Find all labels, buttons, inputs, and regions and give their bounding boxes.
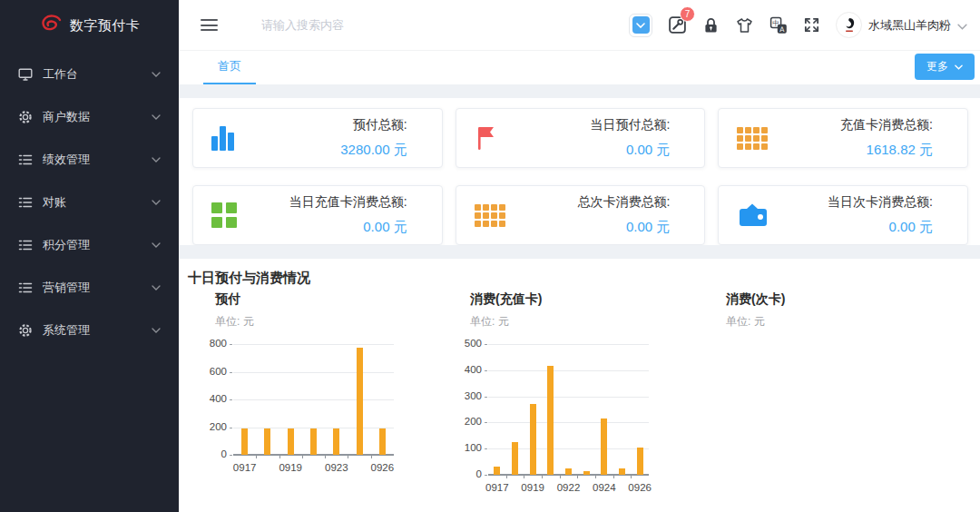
- chart-unit-label: 单位: 元: [726, 314, 942, 330]
- x-tick-label: 0926: [628, 482, 652, 493]
- stat-value: 3280.00 元: [340, 142, 407, 159]
- x-tick-label: 0917: [485, 482, 509, 493]
- wallet-icon: [737, 202, 777, 229]
- chart-title: 消费(充值卡): [470, 291, 686, 308]
- y-tick-label: 600: [204, 366, 227, 377]
- y-tick: [485, 344, 487, 345]
- y-tick: [485, 370, 487, 371]
- x-tick-label: 0919: [279, 462, 302, 473]
- y-tick-label: 500: [459, 338, 482, 349]
- sidebar-menu: 工作台商户数据绩效管理对账积分管理营销管理系统管理: [0, 51, 179, 351]
- avatar: [836, 12, 862, 38]
- menu-toggle-icon[interactable]: [201, 19, 218, 31]
- notification-badge: 7: [680, 6, 695, 22]
- tab-bar: 首页 更多: [179, 51, 980, 84]
- translate-icon: 中 A: [769, 16, 788, 34]
- stat-value: 1618.82 元: [840, 142, 933, 159]
- workbench-icon: [18, 67, 33, 82]
- x-tick: [542, 475, 543, 478]
- stat-card-3: 当日充值卡消费总额:0.00 元: [192, 185, 443, 245]
- bar-3: [310, 428, 317, 455]
- chevron-down-icon: [632, 16, 650, 34]
- sidebar-item-label: 系统管理: [43, 322, 152, 339]
- y-tick-label: 300: [459, 390, 482, 401]
- chevron-down-icon: [152, 328, 161, 333]
- bar-2: [530, 404, 536, 475]
- lock-button[interactable]: [702, 16, 720, 34]
- sidebar-item-4[interactable]: 积分管理: [0, 223, 179, 266]
- x-tick: [631, 475, 632, 478]
- stat-value: 0.00 元: [590, 142, 670, 159]
- fullscreen-button[interactable]: [803, 16, 820, 34]
- gridline: [488, 397, 649, 398]
- sidebar-item-5[interactable]: 营销管理: [0, 266, 179, 309]
- bar-7: [619, 468, 625, 475]
- tools-button[interactable]: 7: [668, 15, 687, 34]
- x-tick: [279, 455, 280, 458]
- y-tick: [485, 422, 487, 423]
- username: 水域黑山羊肉粉: [868, 17, 951, 34]
- theme-button[interactable]: [735, 16, 754, 34]
- y-tick: [230, 344, 232, 345]
- search-input[interactable]: [261, 18, 461, 32]
- bar-8: [637, 448, 643, 475]
- bar-5: [583, 471, 590, 475]
- chevron-down-icon: [955, 64, 963, 70]
- stats-panel: 预付总额:3280.00 元当日预付总额:0.00 元充值卡消费总额:1618.…: [179, 98, 980, 245]
- orange-grid-icon: [737, 127, 777, 150]
- sidebar-item-label: 营销管理: [43, 280, 152, 296]
- divider: [179, 245, 980, 259]
- y-tick: [485, 448, 487, 449]
- stat-card-2: 充值卡消费总额:1618.82 元: [718, 108, 968, 168]
- x-tick-label: 0919: [521, 482, 544, 493]
- language-button[interactable]: 中 A: [769, 16, 788, 34]
- chart-title: 消费(次卡): [726, 291, 942, 308]
- tab-home[interactable]: 首页: [203, 58, 256, 84]
- stats-grid: 预付总额:3280.00 元当日预付总额:0.00 元充值卡消费总额:1618.…: [192, 108, 968, 245]
- layout-select-button[interactable]: [629, 14, 652, 37]
- user-menu[interactable]: 水域黑山羊肉粉: [836, 12, 967, 38]
- topbar-actions: 7: [629, 12, 967, 38]
- sidebar-item-2[interactable]: 绩效管理: [0, 138, 179, 181]
- x-tick: [348, 455, 348, 458]
- stat-card-0: 预付总额:3280.00 元: [192, 108, 443, 168]
- gridline: [488, 344, 649, 345]
- x-tick-label: 0923: [325, 462, 348, 473]
- y-tick: [230, 428, 232, 428]
- sidebar-item-label: 积分管理: [43, 237, 152, 253]
- sidebar-item-6[interactable]: 系统管理: [0, 309, 179, 351]
- chevron-down-icon: [957, 17, 967, 34]
- bar-6: [601, 418, 607, 475]
- stat-label: 当日预付总额:: [590, 117, 670, 133]
- charts-panel: 十日预付与消费情况 预付单位: 元02004006008000917091909…: [179, 259, 980, 512]
- chart-2: 消费(次卡)单位: 元: [715, 291, 942, 330]
- gridline: [233, 399, 394, 400]
- x-tick: [595, 475, 596, 478]
- sidebar-item-3[interactable]: 对账: [0, 181, 179, 223]
- app-title: 数字预付卡: [70, 17, 141, 34]
- bar-2: [288, 428, 294, 455]
- y-tick-label: 200: [204, 421, 227, 432]
- gridline: [233, 344, 394, 345]
- orange-grid-icon: [475, 204, 514, 227]
- y-tick-label: 0: [204, 448, 227, 459]
- divider: [179, 84, 980, 98]
- stat-label: 预付总额:: [340, 117, 407, 133]
- sidebar-item-1[interactable]: 商户数据: [0, 95, 179, 138]
- list-icon: [18, 281, 33, 295]
- x-tick: [560, 475, 561, 478]
- x-tick-label: 0926: [371, 462, 395, 473]
- more-button[interactable]: 更多: [915, 54, 975, 80]
- y-tick-label: 400: [459, 364, 482, 375]
- sidebar-item-label: 绩效管理: [43, 152, 152, 168]
- bar-3: [547, 366, 554, 475]
- chart-0: 预付单位: 元02004006008000917091909230926: [204, 291, 431, 477]
- sidebar-item-0[interactable]: 工作台: [0, 53, 179, 95]
- bar-6: [379, 428, 386, 455]
- list-icon: [18, 195, 33, 210]
- bar-1: [512, 442, 518, 475]
- topbar: 7: [179, 0, 980, 51]
- list-icon: [18, 238, 33, 252]
- stat-value: 0.00 元: [577, 219, 670, 236]
- stat-card-5: 当日次卡消费总额:0.00 元: [718, 185, 968, 245]
